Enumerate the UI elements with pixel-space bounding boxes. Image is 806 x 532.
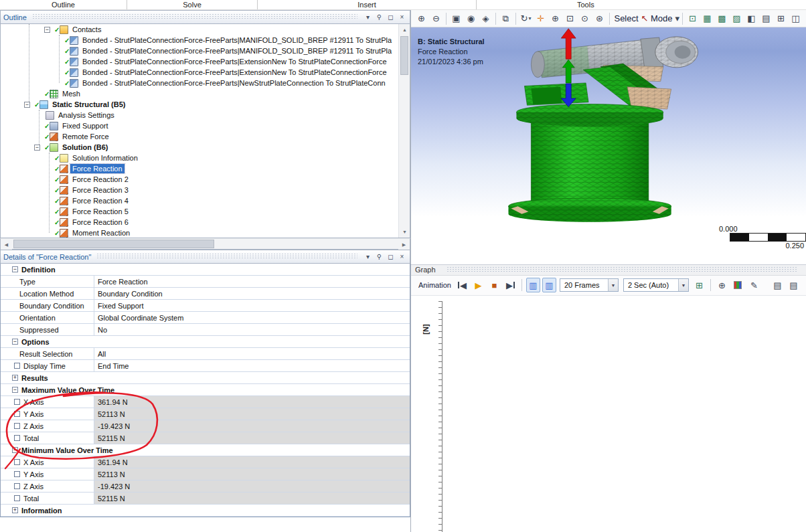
magnifier-window-icon[interactable]: ⊛ — [592, 11, 607, 26]
export-video-icon[interactable]: ⊞ — [692, 278, 706, 292]
shaded-view-icon[interactable]: ◉ — [464, 11, 478, 26]
stop-icon[interactable]: ■ — [487, 278, 501, 292]
details-section-information[interactable]: +Information — [1, 505, 410, 517]
checkbox[interactable] — [14, 399, 20, 405]
tree-item-force-reaction-2[interactable]: ✓Force Reaction 2 — [1, 174, 398, 185]
brush-icon[interactable]: ✎ — [747, 278, 761, 292]
float-window-icon[interactable]: ◻ — [386, 252, 396, 262]
tree-expander-icon[interactable]: − — [44, 24, 54, 35]
zoom-tool-icon[interactable]: ⊕ — [548, 11, 562, 26]
checkbox[interactable] — [14, 495, 20, 501]
tree-item-bonded-strutplateconnectionforce-freepar[interactable]: ✓Bonded - StrutPlateConnectionForce-Free… — [1, 67, 398, 78]
graph-options-icon[interactable]: ▤ — [787, 278, 801, 292]
show-mesh-icon[interactable]: ▩ — [715, 11, 729, 26]
chevron-down-icon[interactable]: ▾ — [363, 12, 373, 22]
zoom-graph-icon[interactable]: ⊕ — [715, 278, 729, 292]
details-property-value[interactable]: Force Reaction — [94, 276, 410, 287]
menu-group-insert[interactable]: Insert — [357, 1, 376, 9]
close-icon[interactable]: × — [397, 252, 407, 262]
chevron-down-icon[interactable]: ▾ — [363, 252, 373, 262]
collapse-icon[interactable]: − — [12, 339, 18, 345]
checkbox[interactable] — [14, 471, 20, 477]
details-section-definition[interactable]: −Definition — [1, 264, 410, 276]
tree-item-static-structural-b5[interactable]: −✓Static Structural (B5) — [1, 99, 398, 110]
details-section-minimum-value-over-time[interactable]: −Minimum Value Over Time — [1, 444, 410, 456]
tree-item-force-reaction[interactable]: ✓Force Reaction — [1, 163, 398, 174]
rotate-tool-icon[interactable]: ↻▾ — [519, 11, 533, 26]
scrollbar-thumb[interactable] — [400, 36, 408, 75]
details-row-orientation[interactable]: OrientationGlobal Coordinate System — [1, 312, 410, 324]
tree-item-bonded-strutplateconnectionforce-freepar[interactable]: ✓Bonded - StrutPlateConnectionForce-Free… — [1, 35, 398, 46]
random-colors-icon[interactable]: ▨ — [730, 11, 744, 26]
wireframe-icon[interactable]: ▦ — [700, 11, 714, 26]
tree-item-bonded-strutplateconnectionforce-freepar[interactable]: ✓Bonded - StrutPlateConnectionForce-Free… — [1, 56, 398, 67]
ruler-icon[interactable]: ◫ — [789, 11, 803, 26]
checkbox[interactable] — [14, 459, 20, 465]
tree-item-remote-force[interactable]: ✓Remote Force — [1, 131, 398, 142]
play-icon[interactable]: ▶ — [471, 278, 485, 292]
outline-vertical-scrollbar[interactable]: ▲ ▼ — [398, 24, 410, 238]
select-mode-button[interactable]: Select↖ — [613, 11, 648, 26]
tree-item-solution-information[interactable]: ✓Solution Information — [1, 153, 398, 163]
details-row-x-axis[interactable]: X Axis361.94 N — [1, 396, 410, 408]
collapse-icon[interactable]: − — [12, 447, 18, 453]
details-property-value[interactable]: End Time — [94, 360, 410, 371]
checkbox[interactable] — [14, 363, 20, 369]
tree-item-force-reaction-3[interactable]: ✓Force Reaction 3 — [1, 185, 398, 195]
float-window-icon[interactable]: ◻ — [386, 12, 396, 22]
tree-expander-icon[interactable]: − — [34, 142, 44, 153]
panel-grip[interactable] — [447, 267, 797, 273]
close-icon[interactable]: × — [397, 12, 407, 22]
details-property-value[interactable]: Boundary Condition — [94, 288, 410, 299]
geometry-viewport[interactable]: B: Static Structural Force Reaction 21/0… — [411, 27, 806, 264]
tree-item-bonded-strutplateconnectionforce-freepar[interactable]: ✓Bonded - StrutPlateConnectionForce-Free… — [1, 78, 398, 88]
fit-view-icon[interactable]: ⊙ — [578, 11, 592, 26]
scroll-right-button[interactable]: ▶ — [398, 239, 410, 250]
go-to-start-icon[interactable]: ◀ — [455, 278, 469, 292]
tree-item-force-reaction-4[interactable]: ✓Force Reaction 4 — [1, 195, 398, 206]
details-row-z-axis[interactable]: Z Axis-19.423 N — [1, 480, 410, 493]
result-chart-icon[interactable]: ▥ — [526, 278, 540, 292]
tree-item-force-reaction-5[interactable]: ✓Force Reaction 5 — [1, 206, 398, 217]
details-section-options[interactable]: −Options — [1, 336, 410, 348]
details-property-value[interactable]: All — [94, 348, 410, 359]
tree-item-bonded-strutplateconnectionforce-freepar[interactable]: ✓Bonded - StrutPlateConnectionForce-Free… — [1, 46, 398, 56]
tree-item-fixed-support[interactable]: ✓Fixed Support — [1, 120, 398, 131]
annotations-icon[interactable]: ◧ — [744, 11, 758, 26]
collapse-icon[interactable]: − — [12, 266, 18, 272]
expand-icon[interactable]: + — [12, 375, 18, 381]
contour-colors-icon[interactable] — [731, 278, 745, 292]
details-row-z-axis[interactable]: Z Axis-19.423 N — [1, 420, 410, 432]
tree-item-solution-b6[interactable]: −✓Solution (B6) — [1, 142, 398, 153]
tree-item-moment-reaction[interactable]: ✓Moment Reaction — [1, 228, 398, 238]
tree-item-contacts[interactable]: −✓Contacts — [1, 24, 398, 35]
details-row-display-time[interactable]: Display TimeEnd Time — [1, 360, 410, 372]
details-row-y-axis[interactable]: Y Axis52113 N — [1, 408, 410, 420]
details-row-result-selection[interactable]: Result SelectionAll — [1, 348, 410, 360]
tree-item-mesh[interactable]: ✓Mesh — [1, 88, 398, 99]
scroll-down-button[interactable]: ▼ — [399, 226, 410, 238]
menu-group-tools[interactable]: Tools — [577, 1, 594, 9]
screenshot-icon[interactable]: ◈ — [479, 11, 493, 26]
expand-icon[interactable]: + — [12, 507, 18, 513]
details-row-location-method[interactable]: Location MethodBoundary Condition — [1, 288, 410, 300]
graph-chart-area[interactable]: [N] — [411, 296, 806, 532]
scroll-left-button[interactable]: ◀ — [1, 239, 12, 250]
details-row-type[interactable]: TypeForce Reaction — [1, 276, 410, 288]
details-property-value[interactable]: Fixed Support — [94, 300, 410, 311]
details-row-suppressed[interactable]: SuppressedNo — [1, 324, 410, 336]
duration-select[interactable]: 2 Sec (Auto)▼ — [623, 278, 689, 292]
checkbox[interactable] — [14, 423, 20, 429]
show-vertices-icon[interactable]: ⊡ — [686, 11, 700, 26]
scrollbar-track[interactable] — [12, 239, 398, 249]
checkbox[interactable] — [14, 435, 20, 441]
copy-view-icon[interactable]: ⧉ — [499, 11, 513, 26]
chevron-down-icon[interactable]: ▼ — [678, 279, 688, 291]
outline-horizontal-scrollbar[interactable]: ◀ ▶ — [0, 238, 410, 250]
zoom-in-icon[interactable]: ⊕ — [414, 11, 428, 26]
pin-icon[interactable]: ⚲ — [374, 252, 384, 262]
zoom-box-tool-icon[interactable]: ⊡ — [563, 11, 577, 26]
tabular-data-icon[interactable]: ▤ — [771, 278, 785, 292]
details-section-maximum-value-over-time[interactable]: −Maximum Value Over Time — [1, 384, 410, 396]
result-chart-alt-icon[interactable]: ▥ — [542, 278, 556, 292]
